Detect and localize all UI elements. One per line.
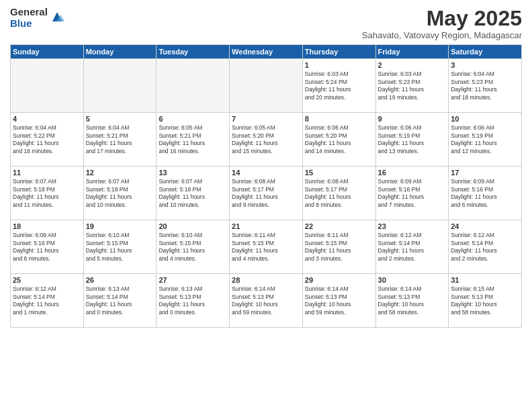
day-number: 23 bbox=[378, 222, 447, 230]
day-number: 8 bbox=[305, 115, 373, 123]
header-wednesday: Wednesday bbox=[230, 45, 303, 59]
day-number: 15 bbox=[305, 169, 373, 177]
day-info: Sunrise: 6:09 AM Sunset: 5:16 PM Dayligh… bbox=[451, 178, 519, 209]
calendar-cell: 6Sunrise: 6:05 AM Sunset: 5:21 PM Daylig… bbox=[157, 113, 230, 167]
day-number: 19 bbox=[86, 222, 154, 230]
calendar-cell: 24Sunrise: 6:12 AM Sunset: 5:14 PM Dayli… bbox=[449, 220, 522, 274]
calendar-cell: 12Sunrise: 6:07 AM Sunset: 5:18 PM Dayli… bbox=[83, 167, 157, 220]
calendar-cell: 20Sunrise: 6:10 AM Sunset: 5:15 PM Dayli… bbox=[157, 220, 230, 274]
calendar-cell: 13Sunrise: 6:07 AM Sunset: 5:18 PM Dayli… bbox=[157, 167, 230, 220]
subtitle: Sahavato, Vatovavy Region, Madagascar bbox=[362, 30, 522, 40]
day-info: Sunrise: 6:15 AM Sunset: 5:13 PM Dayligh… bbox=[451, 285, 519, 316]
calendar-cell: 9Sunrise: 6:06 AM Sunset: 5:19 PM Daylig… bbox=[375, 113, 449, 167]
header-saturday: Saturday bbox=[449, 45, 522, 59]
calendar-cell: 25Sunrise: 6:12 AM Sunset: 5:14 PM Dayli… bbox=[11, 274, 84, 328]
day-info: Sunrise: 6:04 AM Sunset: 5:23 PM Dayligh… bbox=[451, 71, 519, 101]
day-info: Sunrise: 6:14 AM Sunset: 5:13 PM Dayligh… bbox=[232, 285, 300, 316]
day-number: 13 bbox=[159, 169, 227, 177]
day-number: 11 bbox=[13, 169, 81, 177]
day-number: 22 bbox=[305, 222, 373, 230]
day-info: Sunrise: 6:03 AM Sunset: 5:23 PM Dayligh… bbox=[378, 71, 447, 101]
day-number: 17 bbox=[451, 169, 519, 177]
day-number: 6 bbox=[159, 115, 227, 123]
calendar-cell: 2Sunrise: 6:03 AM Sunset: 5:23 PM Daylig… bbox=[375, 59, 449, 113]
header: General Blue May 2025 Sahavato, Vatovavy… bbox=[10, 7, 522, 40]
day-number: 12 bbox=[86, 169, 154, 177]
calendar-week-3: 18Sunrise: 6:09 AM Sunset: 5:16 PM Dayli… bbox=[11, 220, 522, 274]
day-info: Sunrise: 6:05 AM Sunset: 5:20 PM Dayligh… bbox=[232, 124, 300, 155]
day-info: Sunrise: 6:14 AM Sunset: 5:13 PM Dayligh… bbox=[378, 285, 447, 316]
day-info: Sunrise: 6:08 AM Sunset: 5:17 PM Dayligh… bbox=[232, 178, 300, 209]
day-number: 18 bbox=[13, 222, 81, 230]
calendar-cell: 7Sunrise: 6:05 AM Sunset: 5:20 PM Daylig… bbox=[230, 113, 303, 167]
title-area: May 2025 Sahavato, Vatovavy Region, Mada… bbox=[362, 7, 522, 40]
day-info: Sunrise: 6:06 AM Sunset: 5:19 PM Dayligh… bbox=[451, 124, 519, 155]
day-number: 2 bbox=[378, 61, 447, 69]
header-sunday: Sunday bbox=[11, 45, 84, 59]
day-info: Sunrise: 6:07 AM Sunset: 5:18 PM Dayligh… bbox=[159, 178, 227, 209]
day-number: 20 bbox=[159, 222, 227, 230]
header-tuesday: Tuesday bbox=[157, 45, 230, 59]
calendar-week-4: 25Sunrise: 6:12 AM Sunset: 5:14 PM Dayli… bbox=[11, 274, 522, 328]
calendar-cell: 18Sunrise: 6:09 AM Sunset: 5:16 PM Dayli… bbox=[11, 220, 84, 274]
calendar-table: Sunday Monday Tuesday Wednesday Thursday… bbox=[10, 44, 522, 328]
calendar-cell: 27Sunrise: 6:13 AM Sunset: 5:13 PM Dayli… bbox=[157, 274, 230, 328]
calendar-cell: 10Sunrise: 6:06 AM Sunset: 5:19 PM Dayli… bbox=[449, 113, 522, 167]
calendar-cell: 3Sunrise: 6:04 AM Sunset: 5:23 PM Daylig… bbox=[449, 59, 522, 113]
calendar-cell: 4Sunrise: 6:04 AM Sunset: 5:22 PM Daylig… bbox=[11, 113, 84, 167]
day-info: Sunrise: 6:08 AM Sunset: 5:17 PM Dayligh… bbox=[305, 178, 373, 209]
day-info: Sunrise: 6:06 AM Sunset: 5:20 PM Dayligh… bbox=[305, 124, 373, 155]
day-number: 28 bbox=[232, 276, 300, 284]
header-monday: Monday bbox=[83, 45, 157, 59]
day-info: Sunrise: 6:06 AM Sunset: 5:19 PM Dayligh… bbox=[378, 124, 447, 155]
calendar-cell: 19Sunrise: 6:10 AM Sunset: 5:15 PM Dayli… bbox=[83, 220, 157, 274]
calendar-cell bbox=[230, 59, 303, 113]
header-friday: Friday bbox=[375, 45, 449, 59]
header-row: Sunday Monday Tuesday Wednesday Thursday… bbox=[11, 45, 522, 59]
logo-general: General bbox=[10, 7, 48, 18]
day-info: Sunrise: 6:13 AM Sunset: 5:14 PM Dayligh… bbox=[86, 285, 154, 316]
calendar-cell: 17Sunrise: 6:09 AM Sunset: 5:16 PM Dayli… bbox=[449, 167, 522, 220]
day-info: Sunrise: 6:13 AM Sunset: 5:13 PM Dayligh… bbox=[159, 285, 227, 316]
logo-text: General Blue bbox=[10, 7, 48, 29]
day-number: 5 bbox=[86, 115, 154, 123]
calendar-cell bbox=[11, 59, 84, 113]
calendar-cell: 11Sunrise: 6:07 AM Sunset: 5:18 PM Dayli… bbox=[11, 167, 84, 220]
day-number: 4 bbox=[13, 115, 81, 123]
calendar-cell: 14Sunrise: 6:08 AM Sunset: 5:17 PM Dayli… bbox=[230, 167, 303, 220]
calendar-cell: 1Sunrise: 6:03 AM Sunset: 5:24 PM Daylig… bbox=[302, 59, 375, 113]
day-info: Sunrise: 6:03 AM Sunset: 5:24 PM Dayligh… bbox=[305, 71, 373, 101]
page: General Blue May 2025 Sahavato, Vatovavy… bbox=[0, 0, 532, 411]
logo: General Blue bbox=[10, 7, 64, 29]
day-number: 30 bbox=[378, 276, 447, 284]
calendar-cell bbox=[157, 59, 230, 113]
day-number: 21 bbox=[232, 222, 300, 230]
day-info: Sunrise: 6:04 AM Sunset: 5:22 PM Dayligh… bbox=[13, 124, 81, 155]
calendar-cell: 22Sunrise: 6:11 AM Sunset: 5:15 PM Dayli… bbox=[302, 220, 375, 274]
day-number: 29 bbox=[305, 276, 373, 284]
day-number: 27 bbox=[159, 276, 227, 284]
calendar-cell: 31Sunrise: 6:15 AM Sunset: 5:13 PM Dayli… bbox=[449, 274, 522, 328]
calendar-cell: 26Sunrise: 6:13 AM Sunset: 5:14 PM Dayli… bbox=[83, 274, 157, 328]
calendar-cell: 16Sunrise: 6:09 AM Sunset: 5:16 PM Dayli… bbox=[375, 167, 449, 220]
day-number: 1 bbox=[305, 61, 373, 69]
day-info: Sunrise: 6:14 AM Sunset: 5:13 PM Dayligh… bbox=[305, 285, 373, 316]
calendar-week-0: 1Sunrise: 6:03 AM Sunset: 5:24 PM Daylig… bbox=[11, 59, 522, 113]
day-number: 9 bbox=[378, 115, 447, 123]
calendar-cell: 30Sunrise: 6:14 AM Sunset: 5:13 PM Dayli… bbox=[375, 274, 449, 328]
calendar-cell: 15Sunrise: 6:08 AM Sunset: 5:17 PM Dayli… bbox=[302, 167, 375, 220]
day-number: 25 bbox=[13, 276, 81, 284]
calendar-cell: 29Sunrise: 6:14 AM Sunset: 5:13 PM Dayli… bbox=[302, 274, 375, 328]
day-info: Sunrise: 6:05 AM Sunset: 5:21 PM Dayligh… bbox=[159, 124, 227, 155]
calendar-cell: 5Sunrise: 6:04 AM Sunset: 5:21 PM Daylig… bbox=[83, 113, 157, 167]
day-number: 10 bbox=[451, 115, 519, 123]
day-number: 7 bbox=[232, 115, 300, 123]
day-info: Sunrise: 6:10 AM Sunset: 5:15 PM Dayligh… bbox=[159, 232, 227, 263]
calendar-cell: 8Sunrise: 6:06 AM Sunset: 5:20 PM Daylig… bbox=[302, 113, 375, 167]
month-title: May 2025 bbox=[362, 7, 522, 30]
day-info: Sunrise: 6:10 AM Sunset: 5:15 PM Dayligh… bbox=[86, 232, 154, 263]
day-info: Sunrise: 6:09 AM Sunset: 5:16 PM Dayligh… bbox=[378, 178, 447, 209]
day-info: Sunrise: 6:12 AM Sunset: 5:14 PM Dayligh… bbox=[378, 232, 447, 263]
day-info: Sunrise: 6:07 AM Sunset: 5:18 PM Dayligh… bbox=[13, 178, 81, 209]
day-info: Sunrise: 6:12 AM Sunset: 5:14 PM Dayligh… bbox=[451, 232, 519, 263]
